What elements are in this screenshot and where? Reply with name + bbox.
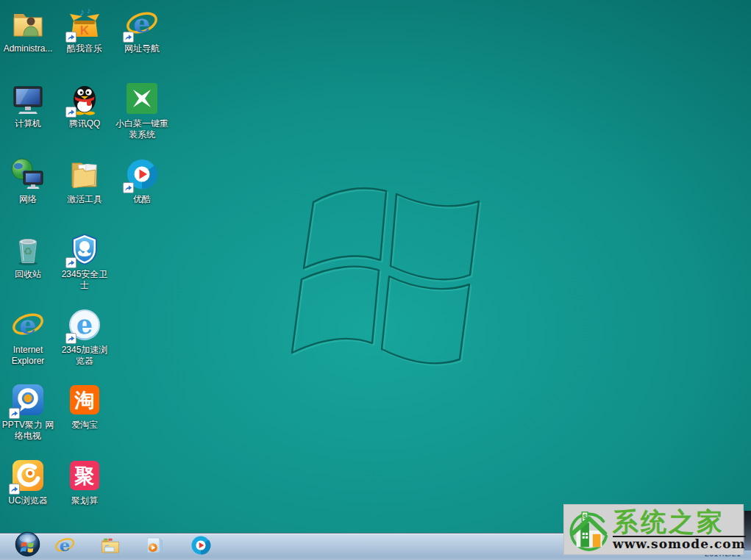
shortcut-arrow-icon — [65, 107, 76, 118]
internet-explorer[interactable]: eInternet Explorer — [0, 307, 57, 367]
recycle-bin[interactable]: ♻ 回收站 — [0, 231, 57, 280]
green-cross-arrows-icon — [124, 81, 160, 116]
qq-penguin-icon — [67, 81, 102, 116]
2345-speed-browser[interactable]: e 2345加速浏 览器 — [55, 307, 114, 367]
folder-user-icon — [10, 6, 46, 41]
tencent-qq[interactable]: 腾讯QQ — [55, 81, 114, 129]
windows-flag-watermark — [271, 186, 487, 371]
youku-play-icon — [190, 534, 212, 559]
administrator-folder[interactable]: Administra... — [0, 6, 57, 54]
e-2345-browser-icon: e — [67, 307, 102, 342]
taobao-square-icon: 淘 — [67, 382, 102, 417]
icon-label: 网址导航 — [113, 43, 171, 54]
icon-label: 酷我音乐 — [55, 43, 114, 54]
somode-house-logo-icon: $ — [566, 507, 611, 553]
icon-label: Internet Explorer — [0, 345, 57, 367]
kuwo-music[interactable]: ♪ ♪ K 酷我音乐 — [55, 6, 114, 54]
icon-label: 爱淘宝 — [55, 420, 114, 431]
shortcut-arrow-icon — [123, 32, 134, 43]
internet-explorer-icon: e — [124, 6, 160, 41]
icon-label: 网络 — [0, 194, 57, 205]
icon-label: 计算机 — [0, 118, 57, 129]
computer-monitor-icon — [10, 81, 46, 116]
start-button[interactable] — [10, 534, 44, 559]
svg-text:e: e — [76, 309, 93, 340]
svg-text:淘: 淘 — [74, 390, 95, 412]
2345-security-guard[interactable]: 2345安全卫 士 — [55, 231, 114, 291]
icon-label: Administra... — [0, 43, 57, 54]
explorer-folder-icon — [99, 534, 121, 559]
icon-label: UC浏览器 — [0, 495, 57, 506]
desktop: Administra... ♪ ♪ K 酷我音乐 e 网址导航 计算机 腾讯QQ… — [0, 0, 751, 534]
brand-watermark: $ 系统之家 www.somode.com — [563, 504, 744, 555]
juhuasuan[interactable]: 聚聚划算 — [55, 458, 114, 506]
activation-tools[interactable]: 激活工具 — [55, 157, 114, 205]
icon-label: 2345加速浏 览器 — [55, 345, 114, 367]
svg-text:K: K — [80, 24, 90, 37]
pptv-ring-icon — [10, 382, 46, 417]
computer[interactable]: 计算机 — [0, 81, 57, 129]
taskbar-windows-explorer[interactable] — [93, 534, 127, 559]
internet-explorer-icon: e — [54, 534, 76, 559]
shortcut-arrow-icon — [123, 182, 134, 193]
taskbar-internet-explorer[interactable]: e — [48, 534, 82, 559]
brand-url: www.somode.com — [613, 536, 746, 551]
ai-taobao[interactable]: 淘爱淘宝 — [55, 382, 114, 431]
open-folder-icon — [67, 157, 102, 192]
svg-text:e: e — [20, 309, 37, 340]
icon-label: 2345安全卫 士 — [55, 269, 114, 291]
shortcut-arrow-icon — [9, 408, 20, 419]
juhuasuan-square-icon: 聚 — [67, 458, 102, 493]
icon-label: 激活工具 — [55, 194, 114, 205]
internet-explorer-icon: e — [10, 307, 46, 342]
brand-title: 系统之家 — [613, 508, 746, 535]
icon-label: 聚划算 — [55, 495, 114, 506]
shortcut-arrow-icon — [9, 484, 20, 495]
pptv-net-tv[interactable]: PPTV聚力 网 络电视 — [0, 382, 57, 442]
uc-browser[interactable]: UC浏览器 — [0, 458, 57, 506]
shortcut-arrow-icon — [65, 32, 76, 43]
network-globe-monitor-icon — [10, 157, 46, 192]
youku-play-icon — [124, 157, 160, 192]
icon-label: 优酷 — [113, 194, 171, 205]
svg-text:e: e — [134, 7, 151, 38]
shortcut-arrow-icon — [65, 333, 76, 344]
uc-swirl-icon — [10, 458, 46, 493]
taskbar-youku[interactable] — [184, 534, 218, 559]
network[interactable]: 网络 — [0, 157, 57, 205]
icon-label: PPTV聚力 网 络电视 — [0, 420, 57, 442]
media-player-icon — [144, 534, 166, 559]
shortcut-arrow-icon — [65, 257, 76, 268]
youku[interactable]: 优酷 — [113, 157, 171, 205]
web-navigation[interactable]: e 网址导航 — [113, 6, 171, 54]
recycle-bin-icon: ♻ — [10, 231, 46, 267]
taskbar-media-player[interactable] — [138, 534, 172, 559]
windows-start-orb-icon — [14, 533, 41, 560]
svg-text:聚: 聚 — [74, 465, 95, 487]
icon-label: 小白菜一键重 装系统 — [113, 118, 171, 140]
blue-shield-icon — [67, 231, 102, 267]
xiaobaicai-reinstall[interactable]: 小白菜一键重 装系统 — [113, 81, 171, 140]
svg-text:e: e — [60, 536, 70, 555]
svg-text:♻: ♻ — [24, 245, 33, 257]
icon-label: 回收站 — [0, 269, 57, 280]
svg-text:♪: ♪ — [87, 6, 91, 15]
icon-label: 腾讯QQ — [55, 118, 114, 129]
kuwo-box-icon: ♪ ♪ K — [67, 6, 102, 41]
